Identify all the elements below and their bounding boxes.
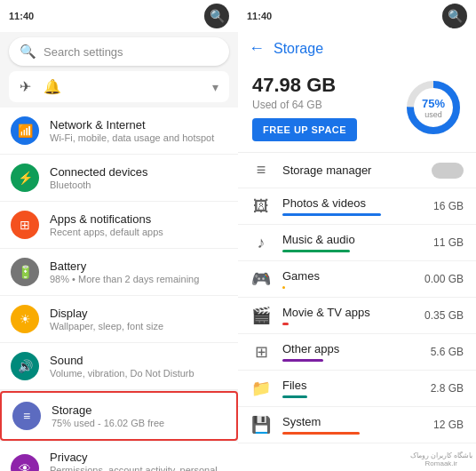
settings-item-storage[interactable]: ≡ Storage 75% used - 16.02 GB free xyxy=(0,391,238,441)
music-content: Music & audio xyxy=(282,233,423,252)
settings-item-sound[interactable]: 🔊 Sound Volume, vibration, Do Not Distur… xyxy=(0,343,238,390)
settings-item-network[interactable]: 📶 Network & Internet Wi-Fi, mobile, data… xyxy=(0,108,238,155)
left-status-bar: 11:40 🔍 xyxy=(0,0,238,32)
settings-item-display[interactable]: ☀ Display Wallpaper, sleep, font size xyxy=(0,296,238,343)
privacy-icon: 👁 xyxy=(11,454,39,471)
storage-donut-chart: 75% used xyxy=(405,79,462,136)
sound-icon: 🔊 xyxy=(11,352,39,380)
storage-header: ← Storage xyxy=(238,32,476,63)
search-button-top-right[interactable]: 🔍 xyxy=(442,4,467,28)
storage-manager-icon: ≡ xyxy=(250,161,272,180)
list-item-system[interactable]: 💾 System 12 GB xyxy=(238,407,476,443)
music-bar xyxy=(282,250,350,252)
storage-manager-content: Storage manager xyxy=(282,164,421,177)
settings-list: 📶 Network & Internet Wi-Fi, mobile, data… xyxy=(0,108,238,471)
quick-settings-bar[interactable]: ✈ 🔔 ▾ xyxy=(9,71,229,102)
otherapps-bar xyxy=(282,359,323,362)
network-icon: 📶 xyxy=(11,116,39,145)
free-up-space-button[interactable]: FREE UP SPACE xyxy=(252,118,357,141)
storage-manager-toggle[interactable] xyxy=(432,163,464,179)
movie-bar xyxy=(282,323,289,325)
settings-item-privacy[interactable]: 👁 Privacy Permissions, account activity,… xyxy=(0,442,238,471)
display-item-text: Display Wallpaper, sleep, font size xyxy=(50,307,227,331)
search-icon: 🔍 xyxy=(20,44,36,60)
files-icon: 📁 xyxy=(250,379,272,398)
right-status-bar: 11:40 🔍 xyxy=(238,0,476,32)
storage-info: 47.98 GB Used of 64 GB FREE UP SPACE xyxy=(252,74,357,141)
photos-content: Photos & videos xyxy=(282,196,423,216)
airplane-icon[interactable]: ✈ xyxy=(20,78,31,95)
photos-bar xyxy=(282,213,381,216)
battery-item-text: Battery 98% • More than 2 days remaining xyxy=(50,259,227,284)
apps-item-text: Apps & notifications Recent apps, defaul… xyxy=(50,212,227,237)
storage-manager-row[interactable]: ≡ Storage manager xyxy=(238,153,476,188)
search-bar[interactable]: 🔍 Search settings xyxy=(9,37,229,66)
games-bar xyxy=(282,286,285,289)
left-time: 11:40 xyxy=(9,11,34,21)
search-button-top-left[interactable]: 🔍 xyxy=(204,4,229,28)
storage-gb-value: 47.98 GB xyxy=(252,74,357,97)
settings-item-connected[interactable]: ⚡ Connected devices Bluetooth xyxy=(0,155,238,202)
movie-content: Movie & TV apps xyxy=(282,306,414,325)
battery-icon: 🔋 xyxy=(11,258,39,286)
watermark: باشگاه کاربران روماک Romaak.ir xyxy=(410,451,472,467)
otherapps-content: Other apps xyxy=(282,342,420,362)
right-time: 11:40 xyxy=(247,11,272,21)
files-bar xyxy=(282,395,307,398)
games-content: Games xyxy=(282,269,414,289)
storage-used-label: Used of 64 GB xyxy=(252,99,357,111)
otherapps-icon: ⊞ xyxy=(250,342,272,362)
movie-icon: 🎬 xyxy=(250,306,272,325)
donut-label: 75% used xyxy=(422,97,445,119)
system-icon: 💾 xyxy=(250,415,272,435)
system-content: System xyxy=(282,415,423,435)
games-icon: 🎮 xyxy=(250,269,272,289)
apps-icon: ⊞ xyxy=(11,211,39,239)
privacy-item-text: Privacy Permissions, account activity, p… xyxy=(50,451,227,471)
list-item-music[interactable]: ♪ Music & audio 11 GB xyxy=(238,225,476,261)
list-item-movie[interactable]: 🎬 Movie & TV apps 0.35 GB xyxy=(238,298,476,334)
settings-item-battery[interactable]: 🔋 Battery 98% • More than 2 days remaini… xyxy=(0,249,238,296)
storage-summary: 47.98 GB Used of 64 GB FREE UP SPACE 75%… xyxy=(238,63,476,153)
right-phone-panel: 11:40 🔍 ← Storage 47.98 GB Used of 64 GB… xyxy=(238,0,476,471)
list-item-files[interactable]: 📁 Files 2.8 GB xyxy=(238,371,476,407)
storage-rows-list: ≡ Storage manager 🖼 Photos & videos 16 G… xyxy=(238,153,476,471)
chevron-down-icon[interactable]: ▾ xyxy=(212,80,218,94)
music-icon: ♪ xyxy=(250,234,272,252)
list-item-photos[interactable]: 🖼 Photos & videos 16 GB xyxy=(238,188,476,225)
bell-mute-icon[interactable]: 🔔 xyxy=(44,78,61,95)
storage-icon: ≡ xyxy=(12,402,41,430)
display-icon: ☀ xyxy=(11,305,39,333)
files-content: Files xyxy=(282,379,420,398)
photos-icon: 🖼 xyxy=(250,197,272,216)
network-item-text: Network & Internet Wi-Fi, mobile, data u… xyxy=(50,118,227,143)
back-button[interactable]: ← xyxy=(249,39,265,58)
settings-item-apps[interactable]: ⊞ Apps & notifications Recent apps, defa… xyxy=(0,202,238,249)
system-bar xyxy=(282,432,360,435)
list-item-otherapps[interactable]: ⊞ Other apps 5.6 GB xyxy=(238,334,476,371)
storage-item-text: Storage 75% used - 16.02 GB free xyxy=(52,403,226,428)
left-phone-panel: 11:40 🔍 🔍 Search settings ✈ 🔔 ▾ 📶 Networ… xyxy=(0,0,238,471)
list-item-games[interactable]: 🎮 Games 0.00 GB xyxy=(238,261,476,298)
connected-item-text: Connected devices Bluetooth xyxy=(50,165,227,190)
connected-icon: ⚡ xyxy=(11,164,39,192)
page-title: Storage xyxy=(274,41,323,57)
search-placeholder-text: Search settings xyxy=(44,45,123,59)
sound-item-text: Sound Volume, vibration, Do Not Disturb xyxy=(50,354,227,379)
